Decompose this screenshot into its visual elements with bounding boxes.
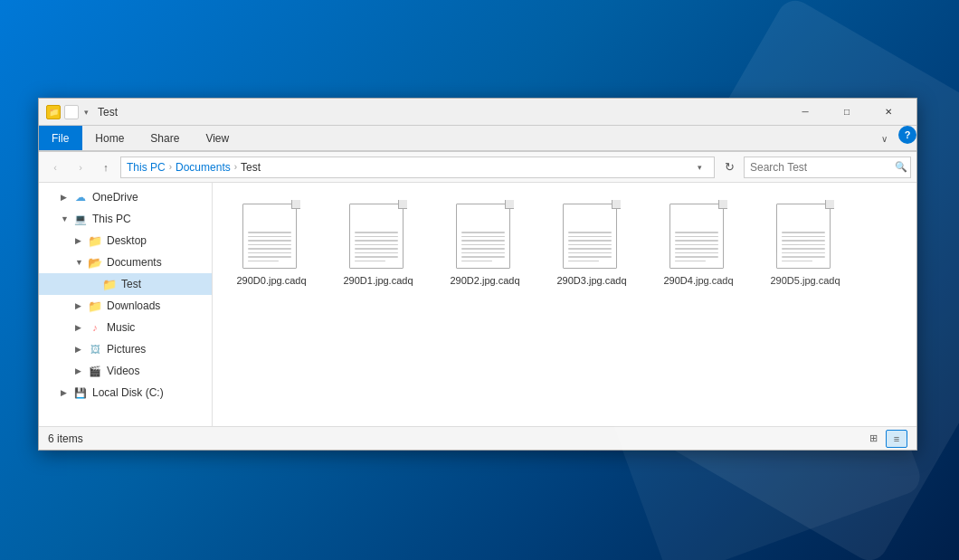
- breadcrumb-documents[interactable]: Documents: [176, 161, 231, 174]
- video-icon: 🎬: [88, 364, 102, 378]
- file-icon-corner-fold: [398, 200, 407, 209]
- window-controls: ─ □ ✕: [784, 99, 909, 126]
- ribbon-more-button[interactable]: ∨: [873, 126, 895, 151]
- file-icon-line: [355, 261, 385, 262]
- file-name: 290D2.jpg.cadq: [450, 274, 519, 287]
- forward-button[interactable]: ›: [70, 157, 91, 178]
- sidebar-label-onedrive: OneDrive: [92, 191, 138, 204]
- breadcrumb-sep1: ›: [169, 162, 172, 172]
- file-icon-lines: [675, 232, 718, 261]
- view-grid-button[interactable]: ⊞: [862, 430, 884, 448]
- sidebar-item-documents[interactable]: ▼ 📂 Documents: [39, 252, 212, 273]
- help-button[interactable]: ?: [898, 126, 916, 144]
- file-item-2[interactable]: 290D2.jpg.cadq: [435, 192, 535, 300]
- file-icon-line: [355, 236, 398, 238]
- file-item-3[interactable]: 290D3.jpg.cadq: [542, 192, 641, 300]
- file-icon-line: [461, 240, 505, 242]
- file-icon-line: [782, 248, 825, 250]
- up-button[interactable]: ↑: [95, 157, 117, 178]
- file-item-5[interactable]: 290D5.jpg.cadq: [755, 192, 855, 300]
- breadcrumb-dropdown[interactable]: ▾: [690, 157, 708, 178]
- expand-arrow-videos: ▶: [75, 366, 86, 375]
- file-icon-line: [675, 232, 718, 233]
- sidebar-item-downloads[interactable]: ▶ 📁 Downloads: [39, 295, 212, 317]
- file-icon-line: [355, 248, 398, 250]
- search-icon[interactable]: 🔍: [891, 157, 910, 178]
- file-name: 290D3.jpg.cadq: [556, 274, 626, 287]
- expand-arrow-desktop: ▶: [75, 236, 86, 245]
- file-icon-corner-fold: [718, 200, 727, 209]
- file-item-1[interactable]: 290D1.jpg.cadq: [328, 192, 428, 300]
- file-icon-line: [248, 236, 291, 238]
- view-list-button[interactable]: ≡: [886, 430, 907, 448]
- sidebar-item-test[interactable]: 📁 Test: [39, 273, 212, 295]
- sidebar-label-pictures: Pictures: [107, 343, 146, 356]
- title-icon-white: [64, 105, 79, 119]
- refresh-button[interactable]: ↻: [718, 157, 740, 178]
- file-icon-line: [461, 248, 505, 250]
- sidebar-item-desktop[interactable]: ▶ 📁 Desktop: [39, 230, 212, 252]
- file-item-4[interactable]: 290D4.jpg.cadq: [649, 192, 748, 300]
- sidebar-label-test: Test: [121, 278, 141, 290]
- file-icon-line: [461, 256, 505, 258]
- tab-file[interactable]: File: [39, 126, 82, 150]
- hdd-icon: 💾: [73, 385, 88, 400]
- minimize-button[interactable]: ─: [784, 99, 826, 126]
- maximize-button[interactable]: □: [826, 99, 868, 126]
- expand-arrow-pictures: ▶: [75, 345, 86, 354]
- file-icon-corner-fold: [825, 200, 834, 209]
- sidebar-item-videos[interactable]: ▶ 🎬 Videos: [39, 360, 212, 382]
- back-button[interactable]: ‹: [44, 157, 66, 178]
- sidebar-label-downloads: Downloads: [107, 299, 160, 312]
- sidebar-label-desktop: Desktop: [107, 234, 147, 247]
- expand-arrow-onedrive: ▶: [61, 193, 71, 202]
- file-icon-line: [355, 256, 398, 258]
- folder-icon-desktop: 📁: [88, 233, 102, 248]
- tab-share[interactable]: Share: [138, 126, 193, 150]
- file-name: 290D4.jpg.cadq: [663, 274, 733, 287]
- sidebar-item-music[interactable]: ▶ ♪ Music: [39, 317, 212, 338]
- tab-home[interactable]: Home: [82, 126, 138, 150]
- file-icon-line: [568, 248, 612, 250]
- search-input[interactable]: [745, 161, 891, 174]
- sidebar-item-this-pc[interactable]: ▼ 💻 This PC: [39, 208, 212, 230]
- file-icon-corner-fold: [505, 200, 514, 209]
- search-box[interactable]: 🔍: [744, 157, 911, 178]
- file-icon-lines: [461, 232, 505, 261]
- breadcrumb-this-pc[interactable]: This PC: [127, 161, 166, 174]
- file-icon-line: [248, 248, 291, 250]
- sidebar-item-localdisk[interactable]: ▶ 💾 Local Disk (C:): [39, 382, 212, 403]
- file-icon-line: [461, 252, 505, 254]
- file-icon-line: [248, 261, 279, 262]
- title-bar-arrow: ▾: [84, 108, 89, 117]
- sidebar-item-pictures[interactable]: ▶ 🖼 Pictures: [39, 338, 212, 360]
- file-type-icon: [456, 200, 514, 269]
- sidebar-label-music: Music: [107, 321, 135, 334]
- file-icon-line: [782, 232, 825, 233]
- breadcrumb[interactable]: This PC › Documents › Test ▾: [120, 157, 715, 178]
- expand-arrow-documents: ▼: [75, 258, 86, 267]
- file-icon-line: [568, 236, 612, 238]
- file-name: 290D0.jpg.cadq: [236, 274, 306, 287]
- file-icon-line: [248, 240, 291, 242]
- sidebar-label-documents: Documents: [107, 256, 162, 269]
- sidebar: ▶ ☁ OneDrive ▼ 💻 This PC ▶ 📁 Desktop ▼ 📂…: [39, 183, 213, 426]
- file-icon-line: [675, 236, 718, 238]
- file-item-0[interactable]: 290D0.jpg.cadq: [222, 192, 321, 300]
- file-type-icon: [563, 200, 621, 269]
- cloud-icon: ☁: [73, 190, 88, 204]
- file-type-icon: [349, 200, 407, 269]
- breadcrumb-test: Test: [241, 161, 261, 174]
- explorer-window: 📁 ▾ Test ─ □ ✕ File Home Share View ∨ ? …: [38, 98, 917, 451]
- tab-view[interactable]: View: [193, 126, 242, 150]
- file-icon-line: [675, 252, 718, 254]
- file-name: 290D5.jpg.cadq: [770, 274, 840, 287]
- sidebar-label-localdisk: Local Disk (C:): [92, 386, 164, 399]
- file-icon-line: [461, 232, 505, 233]
- sidebar-item-onedrive[interactable]: ▶ ☁ OneDrive: [39, 186, 212, 208]
- close-button[interactable]: ✕: [868, 99, 909, 126]
- title-bar-icons: 📁 ▾: [46, 105, 90, 119]
- file-icon-corner-fold: [291, 200, 300, 209]
- file-icon-line: [461, 236, 505, 238]
- file-icon-line: [461, 261, 492, 262]
